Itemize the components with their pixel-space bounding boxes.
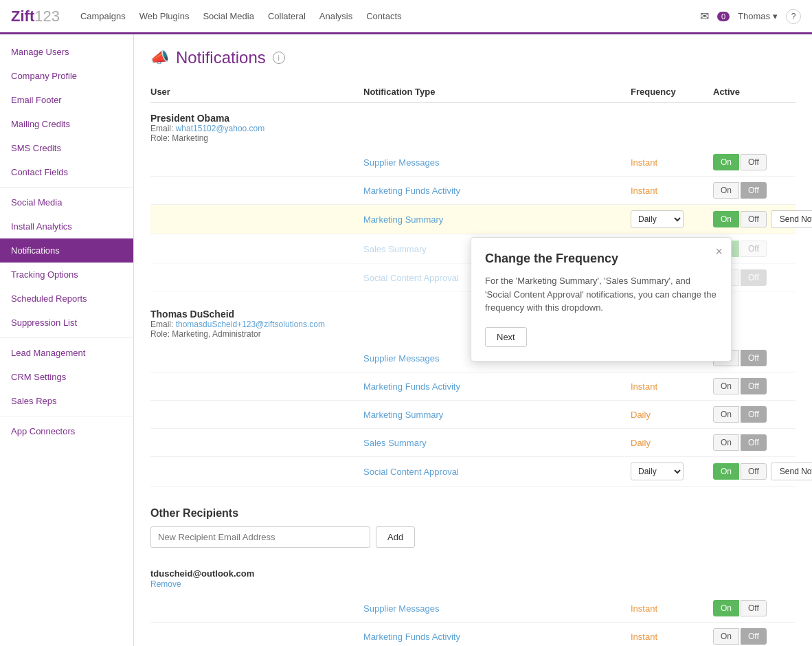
sidebar-item-manage-users[interactable]: Manage Users bbox=[0, 40, 133, 64]
toggle-on-obama-mfa[interactable]: On bbox=[713, 182, 739, 199]
col-active: Active bbox=[713, 87, 796, 97]
user-info-recipient: tduscheid@outlook.com Remove bbox=[150, 559, 796, 594]
toggle-obama-ms: On Off bbox=[713, 211, 767, 227]
modal-body: For the 'Marketing Summary', 'Sales Summ… bbox=[485, 274, 717, 315]
chevron-down-icon: ▾ bbox=[773, 11, 778, 21]
nav-social-media[interactable]: Social Media bbox=[203, 8, 253, 24]
freq-select-obama-ms[interactable]: Daily Weekly Monthly bbox=[631, 210, 684, 228]
notif-type-obama-ms: Marketing Summary bbox=[363, 214, 631, 225]
toggle-recipient-supplier: On Off bbox=[713, 600, 796, 616]
toggle-thomas-ms: On Off bbox=[713, 406, 796, 423]
toggle-off-thomas-mfa[interactable]: Off bbox=[741, 378, 767, 394]
toggle-on-obama-supplier[interactable]: On bbox=[713, 154, 739, 170]
toggle-on-obama-ms[interactable]: On bbox=[713, 211, 739, 227]
toggle-on-thomas-ms[interactable]: On bbox=[713, 406, 739, 423]
frequency-modal: × Change the Frequency For the 'Marketin… bbox=[471, 237, 732, 361]
toggle-off-obama-ms[interactable]: Off bbox=[741, 211, 767, 227]
sidebar-item-contact-fields[interactable]: Contact Fields bbox=[0, 160, 133, 184]
nav-user[interactable]: Thomas ▾ bbox=[738, 11, 778, 21]
recipient-email: tduscheid@outlook.com bbox=[150, 568, 796, 579]
notif-row-obama-supplier: Supplier Messages Instant On Off bbox=[150, 148, 796, 177]
add-recipient-button[interactable]: Add bbox=[376, 526, 415, 548]
nav-collateral[interactable]: Collateral bbox=[268, 8, 306, 24]
notif-type-recipient-mfa: Marketing Funds Activity bbox=[363, 632, 631, 642]
sidebar-item-scheduled-reports[interactable]: Scheduled Reports bbox=[0, 287, 133, 311]
notif-type-thomas-mfa: Marketing Funds Activity bbox=[363, 381, 631, 392]
user-email-link-thomas[interactable]: thomasduScheid+123@ziftsolutions.com bbox=[176, 320, 325, 329]
toggle-off-recipient-mfa[interactable]: Off bbox=[741, 628, 767, 645]
sidebar-divider-1 bbox=[0, 187, 133, 188]
user-email-link-obama[interactable]: what15102@yahoo.com bbox=[176, 124, 265, 133]
notif-freq-thomas-mfa: Instant bbox=[631, 381, 713, 392]
sidebar-item-mailing-credits[interactable]: Mailing Credits bbox=[0, 112, 133, 136]
sidebar-item-lead-management[interactable]: Lead Management bbox=[0, 341, 133, 365]
notif-type-thomas-ms: Marketing Summary bbox=[363, 410, 631, 420]
toggle-off-obama-sca[interactable]: Off bbox=[741, 269, 767, 286]
modal-close-button[interactable]: × bbox=[715, 245, 723, 259]
sidebar-item-crm-settings[interactable]: CRM Settings bbox=[0, 365, 133, 389]
sidebar-item-company-profile[interactable]: Company Profile bbox=[0, 64, 133, 88]
toggle-thomas-ss: On Off bbox=[713, 434, 796, 451]
notif-type-thomas-sca: Social Content Approval bbox=[363, 467, 631, 477]
modal-title: Change the Frequency bbox=[485, 252, 717, 266]
nav-campaigns[interactable]: Campaigns bbox=[80, 8, 126, 24]
notif-row-thomas-mfa: Marketing Funds Activity Instant On Off bbox=[150, 372, 796, 401]
layout: Manage Users Company Profile Email Foote… bbox=[0, 34, 812, 646]
sidebar-item-notifications[interactable]: Notifications bbox=[0, 238, 133, 263]
notif-type-obama-supplier: Supplier Messages bbox=[363, 157, 631, 168]
sidebar-item-suppression-list[interactable]: Suppression List bbox=[0, 311, 133, 335]
toggle-off-thomas-supplier[interactable]: Off bbox=[741, 350, 767, 366]
toggle-off-thomas-ss[interactable]: Off bbox=[741, 434, 767, 451]
help-icon[interactable]: ? bbox=[786, 9, 801, 24]
user-role-obama: Role: Marketing bbox=[150, 133, 796, 143]
toggle-off-obama-mfa[interactable]: Off bbox=[741, 182, 767, 199]
nav-analysis[interactable]: Analysis bbox=[319, 8, 352, 24]
user-name: Thomas bbox=[738, 11, 770, 21]
sidebar-item-sms-credits[interactable]: SMS Credits bbox=[0, 136, 133, 160]
top-nav: Zift123 Campaigns Web Plugins Social Med… bbox=[0, 0, 812, 34]
toggle-off-obama-ss[interactable]: Off bbox=[741, 241, 767, 257]
sidebar-item-install-analytics[interactable]: Install Analytics bbox=[0, 214, 133, 238]
toggle-on-thomas-mfa[interactable]: On bbox=[713, 378, 739, 394]
toggle-on-thomas-sca[interactable]: On bbox=[713, 463, 739, 480]
recipient-email-input[interactable] bbox=[150, 526, 370, 548]
toggle-off-thomas-sca[interactable]: Off bbox=[741, 463, 767, 480]
nav-mail[interactable]: 0 bbox=[717, 12, 730, 21]
email-icon[interactable]: ✉ bbox=[700, 10, 709, 23]
other-recipients-title: Other Recipients bbox=[150, 493, 796, 526]
modal-next-button[interactable]: Next bbox=[485, 327, 527, 347]
nav-web-plugins[interactable]: Web Plugins bbox=[139, 8, 190, 24]
notif-type-obama-mfa: Marketing Funds Activity bbox=[363, 186, 631, 196]
send-now-thomas-sca[interactable]: Send Now bbox=[771, 463, 812, 480]
sidebar-item-app-connectors[interactable]: App Connectors bbox=[0, 419, 133, 443]
toggle-thomas-mfa: On Off bbox=[713, 378, 796, 394]
col-user: User bbox=[150, 87, 363, 97]
notif-freq-thomas-ms: Daily bbox=[631, 410, 713, 420]
nav-contacts[interactable]: Contacts bbox=[366, 8, 401, 24]
send-now-obama-ms[interactable]: Send Now bbox=[771, 210, 812, 228]
nav-links: Campaigns Web Plugins Social Media Colla… bbox=[80, 8, 700, 24]
sidebar-item-email-footer[interactable]: Email Footer bbox=[0, 88, 133, 112]
recipient-add-row: Add bbox=[150, 526, 796, 548]
toggle-on-recipient-supplier[interactable]: On bbox=[713, 600, 739, 616]
sidebar-item-tracking-options[interactable]: Tracking Options bbox=[0, 263, 133, 287]
remove-recipient-link[interactable]: Remove bbox=[150, 579, 181, 589]
megaphone-icon: 📣 bbox=[150, 49, 169, 67]
mail-badge: 0 bbox=[717, 12, 730, 21]
toggle-off-recipient-supplier[interactable]: Off bbox=[741, 600, 767, 616]
freq-group-thomas-sca: Daily Weekly Monthly bbox=[631, 463, 713, 480]
info-icon[interactable]: i bbox=[273, 52, 285, 64]
nav-right: ✉ 0 Thomas ▾ ? bbox=[700, 9, 801, 24]
toggle-off-obama-supplier[interactable]: Off bbox=[741, 154, 767, 170]
sidebar-item-sales-reps[interactable]: Sales Reps bbox=[0, 389, 133, 413]
notif-freq-obama-mfa: Instant bbox=[631, 186, 713, 196]
sidebar-item-social-media[interactable]: Social Media bbox=[0, 190, 133, 214]
freq-select-thomas-sca[interactable]: Daily Weekly Monthly bbox=[631, 463, 684, 480]
toggle-on-thomas-ss[interactable]: On bbox=[713, 434, 739, 451]
notif-row-thomas-sca: Social Content Approval Daily Weekly Mon… bbox=[150, 457, 796, 487]
notif-row-thomas-ms: Marketing Summary Daily On Off bbox=[150, 401, 796, 429]
logo-brand: Zift bbox=[11, 8, 34, 25]
toggle-off-thomas-ms[interactable]: Off bbox=[741, 406, 767, 423]
main-content: 📣 Notifications i User Notification Type… bbox=[134, 34, 812, 646]
toggle-on-recipient-mfa[interactable]: On bbox=[713, 628, 739, 645]
